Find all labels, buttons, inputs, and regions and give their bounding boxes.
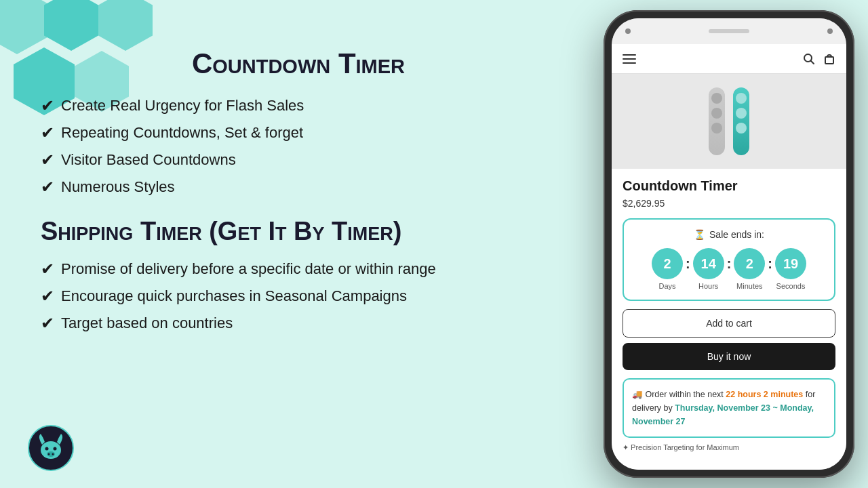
countdown-title: Countdown Timer [41, 47, 556, 80]
list-item: ✔ Encourage quick purchases in Seasonal … [41, 287, 556, 306]
left-content: Countdown Timer ✔ Create Real Urgency fo… [41, 47, 556, 341]
days-unit: 2 Days [652, 248, 683, 290]
product-illustration [709, 87, 749, 155]
list-item: ✔ Visitor Based Countdowns [41, 150, 556, 169]
status-bar-center [709, 29, 749, 33]
search-icon[interactable] [803, 53, 815, 65]
seconds-circle: 19 [775, 248, 806, 279]
add-to-cart-button[interactable]: Add to cart [623, 309, 835, 338]
shipping-feature-list: ✔ Promise of delivery before a specific … [41, 260, 556, 333]
list-item: ✔ Numerous Styles [41, 178, 556, 197]
checkmark-icon: ✔ [41, 314, 54, 333]
countdown-timer-box: ⏳ Sale ends in: 2 Days : 14 Hours : 2 [623, 218, 835, 301]
separator: : [726, 256, 733, 272]
product-price: $2,629.95 [623, 198, 835, 209]
svg-line-8 [811, 60, 814, 64]
days-circle: 2 [652, 248, 683, 279]
minutes-circle: 2 [734, 248, 765, 279]
svg-point-3 [54, 447, 57, 451]
status-dot-right [827, 28, 833, 34]
phone-statusbar [612, 18, 846, 44]
checkmark-icon: ✔ [41, 96, 54, 115]
separator: : [684, 256, 692, 272]
countdown-header: ⏳ Sale ends in: [632, 229, 826, 240]
hamburger-icon[interactable] [623, 52, 636, 66]
seconds-unit: 19 Seconds [775, 248, 806, 290]
navbar-right-icons [803, 53, 835, 65]
list-item: ✔ Repeating Countdowns, Set & forget [41, 123, 556, 142]
days-label: Days [658, 282, 675, 290]
checkmark-icon: ✔ [41, 260, 54, 279]
svg-point-2 [45, 447, 49, 451]
countdown-feature-list: ✔ Create Real Urgency for Flash Sales ✔ … [41, 96, 556, 197]
minutes-unit: 2 Minutes [734, 248, 765, 290]
precision-text: ✦ Precision Targeting for Maximum [623, 438, 835, 452]
checkmark-icon: ✔ [41, 123, 54, 142]
phone-navbar [612, 44, 846, 74]
bull-logo [27, 424, 75, 474]
seconds-label: Seconds [776, 282, 806, 290]
list-item: ✔ Create Real Urgency for Flash Sales [41, 96, 556, 115]
buy-now-button[interactable]: Buy it now [623, 343, 835, 370]
countdown-circles: 2 Days : 14 Hours : 2 Minutes : [632, 248, 826, 290]
list-item: ✔ Promise of delivery before a specific … [41, 260, 556, 279]
minutes-label: Minutes [736, 282, 763, 290]
checkmark-icon: ✔ [41, 287, 54, 306]
hourglass-emoji: ⏳ [694, 229, 705, 240]
shipping-title: Shipping Timer (Get It By Timer) [41, 217, 556, 246]
shipping-text: 🚚 Order within the next 22 hours 2 minut… [632, 388, 826, 428]
svg-point-6 [52, 453, 54, 455]
list-item: ✔ Target based on countries [41, 314, 556, 333]
sale-ends-text: Sale ends in: [709, 229, 764, 240]
svg-rect-9 [825, 57, 833, 64]
truck-emoji: 🚚 [632, 390, 645, 399]
product-image-area [612, 74, 846, 169]
status-dot-left [625, 28, 631, 34]
cart-icon[interactable] [823, 53, 835, 65]
shipping-time-highlight: 22 hours 2 minutes [726, 390, 803, 399]
checkmark-icon: ✔ [41, 178, 54, 197]
separator: : [766, 256, 774, 272]
svg-point-5 [48, 453, 50, 455]
hours-unit: 14 Hours [693, 248, 724, 290]
checkmark-icon: ✔ [41, 150, 54, 169]
phone-content: Countdown Timer $2,629.95 ⏳ Sale ends in… [612, 169, 846, 470]
shipping-prefix: Order within the next [645, 390, 726, 399]
phone-screen: Countdown Timer $2,629.95 ⏳ Sale ends in… [612, 18, 846, 470]
hours-label: Hours [698, 282, 718, 290]
phone-mockup: Countdown Timer $2,629.95 ⏳ Sale ends in… [604, 10, 854, 478]
hours-circle: 14 [693, 248, 724, 279]
shipping-timer-box: 🚚 Order within the next 22 hours 2 minut… [623, 378, 835, 438]
product-title: Countdown Timer [623, 178, 835, 194]
